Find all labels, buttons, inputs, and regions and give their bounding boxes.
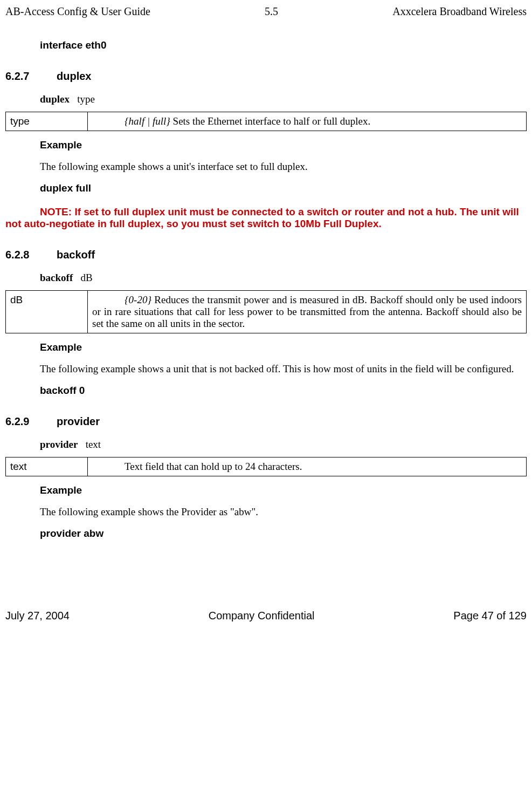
section-heading-provider: 6.2.9provider [5, 415, 527, 428]
param-desc-text: Text field that can hold up to 24 charac… [125, 461, 302, 472]
example-body-text: The following example shows the Provider… [40, 506, 527, 518]
page-header: AB-Access Config & User Guide 5.5 Axxcel… [5, 5, 527, 18]
param-desc-cell: {0-20} Reduces the transmit power and is… [88, 291, 527, 333]
page-footer: July 27, 2004 Company Confidential Page … [5, 610, 527, 622]
header-right: Axxcelera Broadband Wireless [392, 5, 527, 18]
param-table-backoff: dB {0-20} Reduces the transmit power and… [5, 290, 527, 333]
syntax-bold: duplex [40, 93, 70, 105]
example-body-text: The following example shows a unit that … [5, 363, 527, 375]
table-row: type {half | full} Sets the Ethernet int… [6, 112, 527, 131]
param-name-cell: text [6, 457, 88, 476]
syntax-line-backoff: backoff dB [40, 272, 527, 284]
section-heading-duplex: 6.2.7duplex [5, 70, 527, 83]
syntax-bold: backoff [40, 272, 73, 283]
syntax-bold: provider [40, 439, 78, 450]
section-number: 6.2.7 [5, 70, 57, 83]
param-table-duplex: type {half | full} Sets the Ethernet int… [5, 112, 527, 131]
header-left: AB-Access Config & User Guide [5, 5, 150, 18]
footer-center: Company Confidential [209, 610, 315, 622]
param-range: {half | full} [125, 115, 170, 127]
section-number: 6.2.8 [5, 249, 57, 261]
example-heading: Example [40, 484, 527, 496]
param-desc-cell: Text field that can hold up to 24 charac… [88, 457, 527, 476]
header-center: 5.5 [265, 5, 278, 18]
syntax-line-provider: provider text [40, 439, 527, 450]
example-command: backoff 0 [40, 385, 527, 397]
param-desc-text: Reduces the transmit power and is measur… [92, 294, 522, 329]
param-name-cell: dB [6, 291, 88, 333]
syntax-arg: text [86, 439, 101, 450]
syntax-arg: type [77, 93, 95, 105]
example-heading: Example [40, 341, 527, 353]
param-desc-text: Sets the Ethernet interface to half or f… [170, 115, 370, 127]
example-heading: Example [40, 139, 527, 151]
footer-right: Page 47 of 129 [453, 610, 527, 622]
syntax-arg: dB [80, 272, 92, 283]
section-title: duplex [57, 70, 91, 82]
param-range: {0-20} [125, 294, 151, 305]
section-heading-backoff: 6.2.8backoff [5, 249, 527, 261]
example-command: provider abw [40, 528, 527, 539]
section-title: provider [57, 415, 100, 427]
footer-left: July 27, 2004 [5, 610, 70, 622]
syntax-line-duplex: duplex type [40, 93, 527, 105]
example-body-text: The following example shows a unit's int… [40, 161, 527, 173]
table-row: dB {0-20} Reduces the transmit power and… [6, 291, 527, 333]
param-name-cell: type [6, 112, 88, 131]
example-command: duplex full [40, 182, 527, 194]
param-table-provider: text Text field that can hold up to 24 c… [5, 457, 527, 476]
table-row: text Text field that can hold up to 24 c… [6, 457, 527, 476]
section-number: 6.2.9 [5, 415, 57, 428]
section-title: backoff [57, 249, 95, 261]
note-warning: NOTE: If set to full duplex unit must be… [5, 206, 527, 230]
intro-command: interface eth0 [40, 39, 527, 51]
param-desc-cell: {half | full} Sets the Ethernet interfac… [88, 112, 527, 131]
